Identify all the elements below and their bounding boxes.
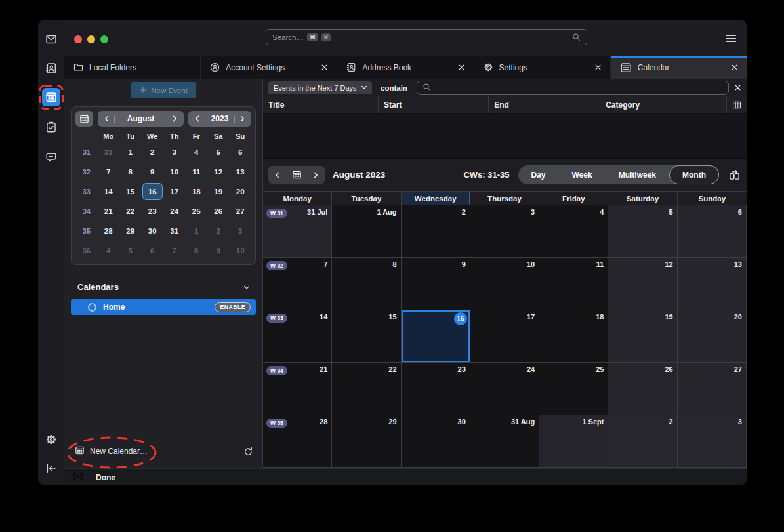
minical-day[interactable]: 1 [186,222,207,239]
month-day-cell[interactable]: 24 [470,363,539,415]
minical-day[interactable]: 12 [208,163,229,180]
event-column-start[interactable]: Start [379,96,489,113]
minical-day[interactable]: 4 [98,242,119,259]
month-day-cell[interactable]: 12 [608,258,677,310]
minical-day[interactable]: 11 [186,163,207,180]
prev-period-button[interactable] [268,166,287,184]
sidebar-address-book-icon[interactable] [42,59,60,77]
minical-day[interactable]: 1 [120,144,141,161]
month-day-cell[interactable]: 18 [539,310,608,363]
minical-day[interactable]: 25 [186,203,207,220]
sidebar-mail-icon[interactable] [42,30,60,49]
rotate-view-icon[interactable] [729,169,740,180]
minical-day[interactable]: 31 [98,144,119,161]
close-tab-icon[interactable] [456,64,467,71]
month-day-cell[interactable]: 6 [678,205,747,258]
minical-day[interactable]: 24 [164,203,185,220]
minical-day[interactable]: 26 [208,203,229,220]
month-day-cell[interactable]: W 3528 [263,415,332,468]
minical-day[interactable]: 18 [186,183,207,200]
month-day-cell-selected[interactable]: 16 [402,310,470,363]
sidebar-tasks-icon[interactable] [42,118,60,136]
month-day-cell[interactable]: W 3131 Jul [263,205,332,258]
minical-day[interactable]: 8 [120,163,141,180]
tab-calendar[interactable]: Calendar [611,56,747,79]
minical-day[interactable]: 8 [186,242,207,259]
next-month-button[interactable] [167,115,182,123]
sidebar-gear-icon[interactable] [42,430,60,449]
minical-day[interactable]: 6 [142,242,163,259]
minical-day[interactable]: 5 [120,242,141,259]
month-day-cell[interactable]: 3 [678,415,747,468]
minical-day[interactable]: 7 [98,163,119,180]
month-day-cell[interactable]: 30 [402,415,470,468]
month-day-cell[interactable]: W 3421 [263,363,332,415]
minical-day[interactable]: 30 [142,222,163,239]
close-tab-icon[interactable] [729,64,740,71]
minical-day[interactable]: 28 [98,222,119,239]
minical-day[interactable]: 20 [230,183,251,200]
minical-day[interactable]: 5 [208,144,229,161]
minical-day[interactable]: 14 [98,183,119,200]
tab-account-settings[interactable]: Account Settings [201,56,337,79]
minical-day[interactable]: 2 [142,144,163,161]
month-day-cell[interactable]: W 327 [263,258,332,310]
enable-badge[interactable]: ENABLE [215,302,251,312]
minical-day[interactable]: 23 [142,203,163,220]
event-filter-dropdown[interactable]: Events in the Next 7 Days [268,81,372,94]
minical-day[interactable]: 31 [164,222,185,239]
minical-day[interactable]: 9 [208,242,229,259]
minical-day[interactable]: 21 [98,203,119,220]
month-day-cell[interactable]: 31 Aug [470,415,539,468]
month-day-cell[interactable]: 9 [402,258,470,310]
minical-day[interactable]: 27 [230,203,251,220]
refresh-icon[interactable] [243,447,253,457]
month-day-cell[interactable]: 11 [539,258,608,310]
tab-address-book[interactable]: Address Book [337,56,474,79]
prev-month-button[interactable] [100,115,114,123]
minical-day[interactable]: 19 [208,183,229,200]
month-day-cell[interactable]: 1 Aug [332,205,401,258]
month-day-cell[interactable]: W 3314 [263,310,332,363]
event-column-category[interactable]: Category [600,96,727,113]
close-tab-icon[interactable] [592,64,604,71]
app-menu-button[interactable] [726,35,736,42]
month-day-cell[interactable]: 3 [470,205,539,258]
minimize-window-button[interactable] [87,35,95,43]
today-button[interactable] [287,166,306,184]
sidebar-calendar-icon[interactable] [42,88,60,106]
view-mode-month[interactable]: Month [669,165,719,184]
month-day-cell[interactable]: 26 [608,363,677,415]
month-day-cell[interactable]: 25 [539,363,608,415]
month-day-cell[interactable]: 20 [678,310,747,363]
view-mode-week[interactable]: Week [559,165,606,184]
minical-day-selected[interactable]: 16 [142,183,163,200]
event-search-input[interactable] [417,81,729,95]
month-day-cell[interactable]: 1 Sept [539,415,608,468]
minical-day[interactable]: 3 [164,144,185,161]
calendar-list-item-home[interactable]: HomeENABLE [71,299,256,315]
month-day-cell[interactable]: 17 [470,310,539,363]
view-mode-multiweek[interactable]: Multiweek [606,165,669,184]
event-column-end[interactable]: End [489,96,600,113]
month-day-cell[interactable]: 22 [332,363,401,415]
minical-day[interactable]: 2 [208,222,229,239]
minical-day[interactable]: 22 [120,203,141,220]
tab-local-folders[interactable]: Local Folders [64,56,201,79]
month-day-cell[interactable]: 5 [608,205,677,258]
chevron-down-icon[interactable] [243,283,251,291]
minical-day[interactable]: 3 [230,222,251,239]
column-picker-icon[interactable] [727,96,747,113]
minical-day[interactable]: 9 [142,163,163,180]
month-day-cell[interactable]: 29 [332,415,401,468]
month-day-cell[interactable]: 4 [539,205,608,258]
close-window-button[interactable] [74,35,82,43]
month-day-cell[interactable]: 13 [678,258,747,310]
minical-day[interactable]: 13 [230,163,251,180]
next-year-button[interactable] [235,115,249,123]
minical-day[interactable]: 15 [120,183,141,200]
minical-day[interactable]: 29 [120,222,141,239]
close-filter-icon[interactable] [734,84,741,91]
minical-day[interactable]: 4 [186,144,207,161]
prev-year-button[interactable] [190,115,205,123]
